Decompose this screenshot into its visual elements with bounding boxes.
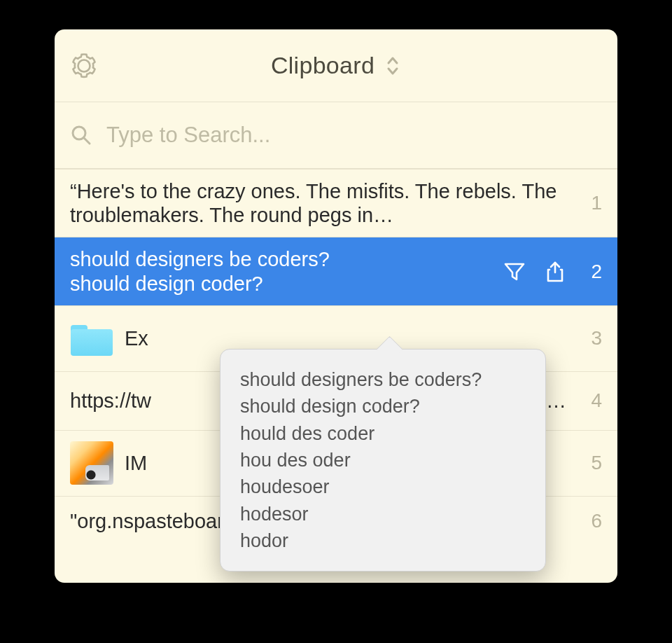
item-index: 6 [578,510,602,532]
item-index: 2 [578,261,602,283]
search-row [55,102,617,170]
item-index: 4 [578,389,602,412]
item-index: 1 [578,192,602,214]
item-index: 3 [578,327,602,350]
window-title: Clipboard [271,52,374,79]
item-actions [503,260,567,284]
popover-line: houdesoer [240,473,526,500]
popover-line: hould des coder [240,420,526,447]
svg-point-0 [78,60,90,71]
filter-icon[interactable] [503,260,526,284]
share-icon[interactable] [543,260,567,284]
gear-icon[interactable] [70,52,98,80]
popover-line: hodesor [240,501,526,527]
popover-line: hodor [240,527,526,554]
chevron-up-down-icon [384,55,401,76]
folder-thumbnail [70,317,113,360]
popover-line: should design coder? [240,393,526,420]
item-text: Ex [125,326,567,350]
image-thumbnail [70,441,113,485]
svg-line-2 [84,138,90,144]
list-item-selected[interactable]: should designers be coders? should desig… [55,237,617,305]
item-index: 5 [578,452,602,474]
search-icon [70,124,92,146]
title-selector[interactable]: Clipboard [113,52,559,79]
clipboard-window: Clipboard [55,29,617,583]
folder-icon [71,321,113,356]
preview-popover: should designers be coders? should desig… [220,349,546,572]
item-text: should designers be coders? should desig… [70,247,491,295]
list-item[interactable]: “Here's to the crazy ones. The misfits. … [55,170,617,237]
popover-line: should designers be coders? [240,366,526,393]
popover-line: hou des oder [240,447,526,473]
header: Clipboard [55,29,617,102]
search-input[interactable] [106,123,602,148]
item-text: “Here's to the crazy ones. The misfits. … [70,179,567,227]
